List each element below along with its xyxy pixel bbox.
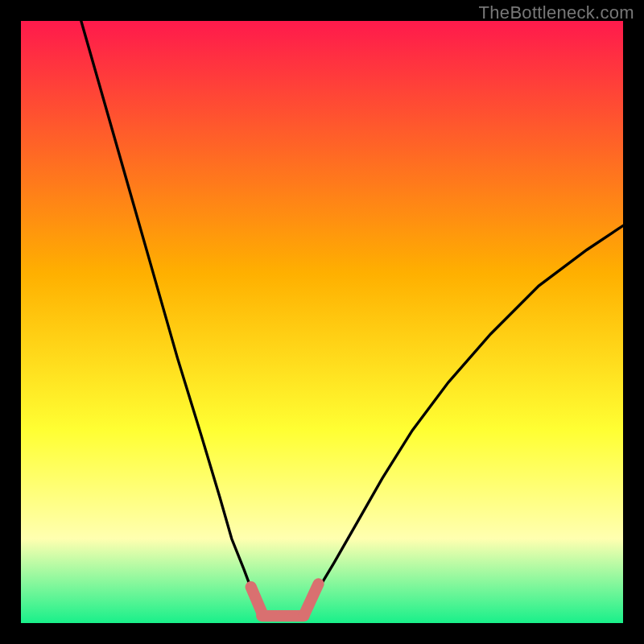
- bottleneck-chart: [21, 21, 623, 623]
- chart-frame: TheBottleneck.com: [0, 0, 644, 644]
- gradient-background: [21, 21, 623, 623]
